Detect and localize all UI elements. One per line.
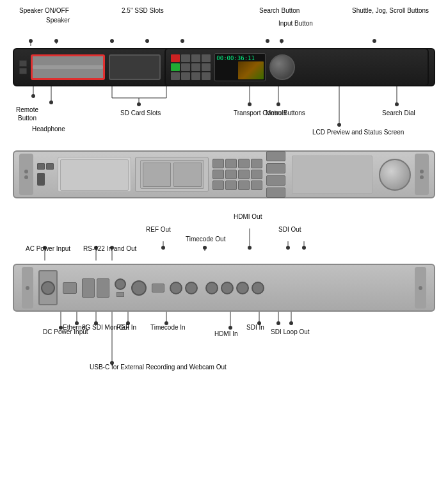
t-btn-3[interactable] [202, 54, 211, 62]
tr-btn-1[interactable] [212, 159, 224, 168]
label-menu-buttons: Menu Buttons [266, 109, 305, 117]
shuttle-dial[interactable] [379, 159, 411, 191]
svg-point-40 [161, 246, 165, 250]
svg-point-44 [248, 246, 252, 250]
label-sdi-in: SDI In [246, 323, 264, 332]
tr-btn-6[interactable] [225, 170, 237, 179]
ssd-slot-1 [31, 54, 105, 80]
label-hdmi-in: HDMI In [214, 330, 238, 338]
conn-extra-1 [205, 282, 218, 294]
label-sdi-loop: SDI Loop Out [271, 328, 310, 336]
t-btn-2[interactable] [191, 54, 200, 62]
tr-btn-5[interactable] [212, 170, 224, 179]
t-btn-4[interactable] [181, 63, 190, 71]
label-speaker-onoff: Speaker ON/OFF [19, 6, 69, 15]
label-headphone: Headphone [32, 125, 65, 133]
mini-btn-2[interactable] [46, 163, 54, 170]
tr-btn-11[interactable] [238, 180, 250, 190]
rs422-2 [97, 278, 109, 298]
lcd-thumbnail [238, 61, 264, 79]
ref-out-conn [115, 278, 126, 290]
svg-point-19 [49, 100, 53, 104]
device-top-panel: 00:00:36:11 [13, 48, 435, 86]
mid-lcd-slot [58, 157, 131, 192]
svg-point-42 [203, 246, 207, 250]
sdi-out-group [170, 282, 198, 294]
t-btn-8[interactable] [181, 72, 190, 80]
end-dot-4 [420, 175, 424, 179]
svg-point-46 [286, 246, 290, 250]
small-btn-2[interactable] [19, 68, 27, 74]
svg-point-68 [289, 321, 293, 325]
back-dot-1 [26, 286, 29, 290]
svg-point-48 [302, 246, 306, 250]
label-ssd-slots: 2.5" SSD Slots [122, 6, 164, 15]
small-btn-1[interactable] [19, 60, 27, 67]
sd-slot-area [135, 157, 209, 192]
menu-btn-4[interactable] [266, 188, 285, 198]
label-lcd-preview: LCD Preview and Status Screen [312, 128, 404, 136]
top-dial[interactable] [269, 54, 295, 80]
headphone-jack [37, 173, 45, 186]
rs422-connectors [82, 278, 109, 298]
label-ac-power: AC Power Input [26, 245, 70, 253]
conn-extra-3 [236, 282, 249, 294]
svg-point-66 [276, 321, 280, 325]
back-dot-2 [419, 286, 422, 290]
tr-btn-4[interactable] [251, 159, 262, 168]
tr-btn-12[interactable] [251, 180, 262, 190]
label-rs422: RS-422 In and Out [83, 245, 136, 253]
t-btn-green[interactable] [171, 63, 180, 71]
svg-point-17 [31, 94, 35, 98]
t-btn-red[interactable] [171, 54, 180, 62]
t-btn-10[interactable] [202, 72, 211, 80]
label-input-button: Input Button [278, 19, 313, 28]
mid-label-lines-top [13, 86, 435, 150]
svg-point-28 [276, 102, 280, 106]
tr-btn-2[interactable] [225, 159, 237, 168]
mid-left-controls [37, 163, 54, 186]
tr-btn-10[interactable] [225, 180, 237, 190]
device-mid-panel [13, 150, 435, 198]
label-sdi-out: SDI Out [278, 225, 301, 234]
sdi-out-2 [185, 282, 198, 294]
tr-btn-8[interactable] [251, 170, 262, 179]
back-right-cap [415, 267, 426, 309]
mid-menu-buttons [266, 151, 285, 198]
mid-lcd-inner [60, 159, 129, 191]
tr-btn-7[interactable] [238, 170, 250, 179]
conn-extra-4 [252, 282, 264, 294]
sd-slot-2 [173, 163, 202, 187]
svg-point-24 [137, 102, 141, 106]
label-hdmi-out: HDMI Out [234, 212, 262, 221]
tr-btn-3[interactable] [238, 159, 250, 168]
top-left-buttons [19, 60, 27, 74]
end-dot-2 [24, 175, 28, 179]
mini-btn-1[interactable] [37, 163, 45, 170]
label-search-button: Search Button [259, 6, 300, 15]
label-usb-c: USB-C for External Recording and Webcam … [90, 363, 227, 371]
left-end-cap [19, 154, 33, 195]
tr-btn-9[interactable] [212, 180, 224, 190]
label-timecode-out: Timecode Out [186, 235, 225, 243]
menu-btn-3[interactable] [266, 175, 285, 186]
t-btn-9[interactable] [191, 72, 200, 80]
back-left-cap [22, 267, 33, 309]
label-ref-in: REF In [116, 323, 136, 332]
lcd-screen-top: 00:00:36:11 [214, 53, 266, 81]
sd-slot-1 [143, 163, 171, 187]
label-timecode-in: Timecode In [150, 323, 186, 332]
sd-slots [140, 160, 204, 189]
menu-btn-1[interactable] [266, 151, 285, 161]
t-btn-5[interactable] [191, 63, 200, 71]
t-btn-7[interactable] [171, 72, 180, 80]
menu-btn-2[interactable] [266, 163, 285, 173]
t-btn-6[interactable] [202, 63, 211, 71]
label-sd-card-slots: SD Card Slots [120, 109, 161, 117]
t-btn-1[interactable] [181, 54, 190, 62]
svg-point-26 [248, 102, 252, 106]
svg-point-30 [395, 102, 399, 106]
page: Speaker ON/OFF Speaker 2.5" SSD Slots Se… [0, 0, 448, 401]
ac-power-connector [38, 270, 58, 305]
lcd-preview-screen [292, 156, 372, 194]
